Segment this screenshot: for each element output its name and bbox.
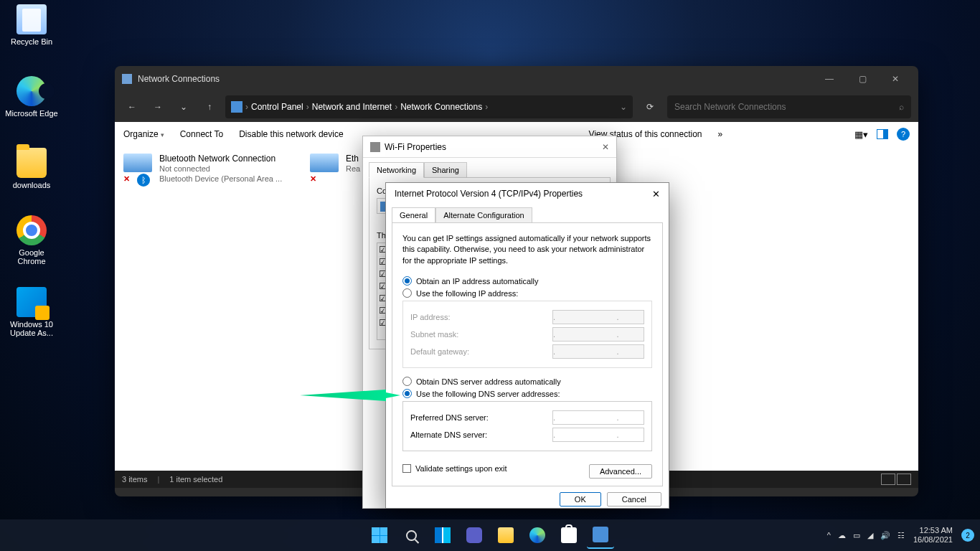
subnet-label: Subnet mask: [410,330,552,339]
clock[interactable]: 12:53 AM 16/08/2021 [913,526,953,545]
breadcrumb-item[interactable]: Network Connections [400,102,482,112]
connection-name: Bluetooth Network Connection [159,154,282,164]
minimize-button[interactable]: — [814,68,845,90]
edge-shortcut[interactable]: Microsoft Edge [4,76,59,118]
maximize-button[interactable]: ▢ [847,68,878,90]
connection-device: Bluetooth Device (Personal Area ... [159,174,282,184]
dialog-title: Wi-Fi Properties [385,142,446,152]
tab-sharing[interactable]: Sharing [424,162,467,177]
tray-chevron-icon[interactable]: ^ [827,531,831,540]
checkbox-icon [402,464,411,473]
back-button[interactable]: ← [122,97,142,117]
close-button[interactable]: ✕ [880,68,911,90]
location-icon [231,101,242,113]
selection-count: 1 item selected [169,475,222,484]
dialog-title: Internet Protocol Version 4 (TCP/IPv4) P… [395,189,583,199]
wifi-icon[interactable]: ◢ [867,531,873,540]
volume-icon[interactable]: 🔊 [880,531,890,540]
search-button[interactable] [397,522,425,549]
chrome-shortcut[interactable]: Google Chrome [4,215,59,265]
bluetooth-connection[interactable]: ᛒ Bluetooth Network Connection Not conne… [123,154,288,184]
connect-to[interactable]: Connect To [180,129,224,139]
address-dropdown[interactable]: ⌄ [620,102,627,112]
preview-pane[interactable] [877,129,888,139]
details-view-button[interactable] [881,474,895,485]
intro-text: You can get IP settings assigned automat… [402,233,652,266]
battery-icon[interactable]: ▭ [853,531,860,540]
onedrive-icon[interactable]: ☁ [838,531,846,540]
radio-icon [402,389,412,398]
downloads-folder[interactable]: downloads [4,148,59,189]
radio-icon [402,288,412,298]
radio-manual-ip[interactable]: Use the following IP address: [402,288,652,298]
recycle-bin[interactable]: Recycle Bin [4,4,59,46]
ip-address-label: IP address: [410,313,552,321]
tab-networking[interactable]: Networking [369,162,424,178]
refresh-button[interactable]: ⟳ [639,95,661,118]
store-button[interactable] [555,522,583,549]
view-options[interactable]: ▦▾ [854,129,868,140]
cancel-button[interactable]: Cancel [607,492,661,507]
gateway-label: Default gateway: [410,347,552,356]
more-commands[interactable]: » [717,129,722,139]
subnet-input [552,327,644,342]
connection-name: Eth [346,154,360,164]
connection-device: Rea [346,164,360,174]
up-button[interactable]: ↑ [199,97,220,117]
window-icon [122,74,132,84]
settings-button[interactable] [587,522,614,549]
forward-button[interactable]: → [148,97,168,117]
ok-button[interactable]: OK [560,492,601,507]
search-input[interactable] [674,102,899,112]
windows-update-assistant[interactable]: Windows 10 Update As... [4,287,59,337]
task-view-button[interactable] [429,522,456,549]
radio-icon [402,377,412,386]
window-title: Network Connections [138,74,814,84]
disable-device[interactable]: Disable this network device [239,129,343,139]
organize-menu[interactable]: Organize [123,129,164,139]
alternate-dns-label: Alternate DNS server: [410,430,552,439]
breadcrumb-item[interactable]: Control Panel [251,102,303,112]
radio-icon [402,276,412,286]
close-button[interactable]: ✕ [652,189,660,199]
chat-button[interactable] [461,522,488,549]
system-tray[interactable]: ^ ☁ ▭ ◢ 🔊 ☷ [827,531,905,540]
notification-badge[interactable]: 2 [961,529,974,542]
alternate-dns-input[interactable] [552,428,644,442]
help-button[interactable]: ? [897,128,910,141]
preferred-dns-label: Preferred DNS server: [410,413,552,422]
preferred-dns-input[interactable] [552,410,644,425]
taskbar: ^ ☁ ▭ ◢ 🔊 ☷ 12:53 AM 16/08/2021 2 [0,519,980,551]
dialog-icon [370,142,380,152]
file-explorer-button[interactable] [492,522,519,549]
large-icons-view-button[interactable] [897,474,911,485]
search-icon[interactable]: ⌕ [899,102,904,112]
language-icon[interactable]: ☷ [897,531,905,540]
titlebar[interactable]: Network Connections — ▢ ✕ [115,66,918,92]
start-button[interactable] [366,522,393,549]
recent-dropdown[interactable]: ⌄ [174,97,194,117]
ip-address-input [552,310,644,324]
close-button[interactable]: ✕ [602,142,609,152]
tab-alternate[interactable]: Alternate Configuration [435,207,532,222]
radio-auto-ip[interactable]: Obtain an IP address automatically [402,276,652,286]
connection-status: Not connected [159,164,282,174]
ipv4-properties-dialog: Internet Protocol Version 4 (TCP/IPv4) P… [385,182,669,509]
advanced-button[interactable]: Advanced... [589,464,652,479]
address-bar[interactable]: › Control Panel› Network and Internet› N… [225,95,633,118]
breadcrumb-item[interactable]: Network and Internet [312,102,392,112]
item-count: 3 items [122,475,147,484]
radio-auto-dns[interactable]: Obtain DNS server address automatically [402,377,652,386]
tab-general[interactable]: General [392,207,435,223]
radio-manual-dns[interactable]: Use the following DNS server addresses: [402,389,652,398]
edge-button[interactable] [524,522,551,549]
gateway-input [552,344,644,359]
search-box[interactable]: ⌕ [667,95,911,118]
